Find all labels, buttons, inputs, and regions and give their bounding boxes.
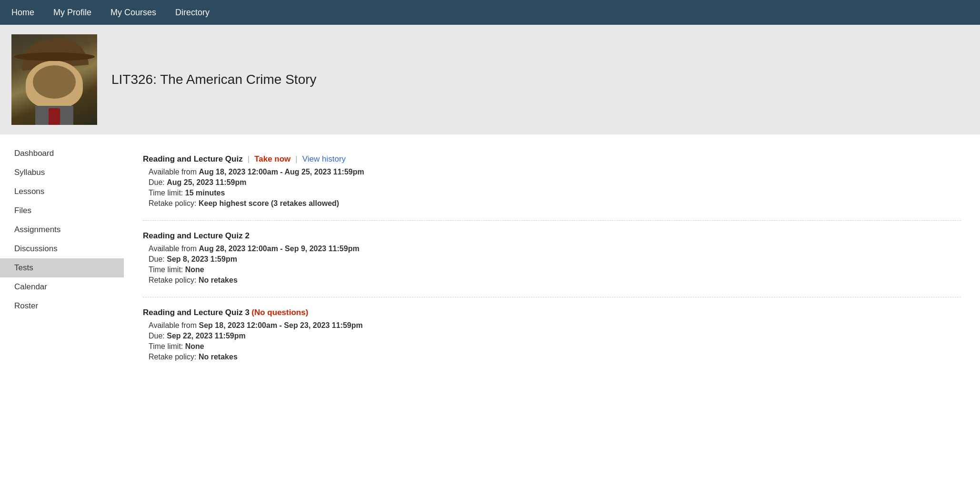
sidebar-item-discussions[interactable]: Discussions	[0, 239, 124, 258]
quiz-3-header: Reading and Lecture Quiz 3 (No questions…	[143, 308, 961, 317]
sidebar-item-lessons[interactable]: Lessons	[0, 182, 124, 201]
quiz-1-available: Available from Aug 18, 2023 12:00am - Au…	[143, 168, 961, 176]
quiz-1-title: Reading and Lecture Quiz	[143, 154, 243, 164]
quiz-1-take-now[interactable]: Take now	[254, 154, 290, 164]
nav-directory[interactable]: Directory	[175, 1, 210, 24]
quiz-item-2: Reading and Lecture Quiz 2 Available fro…	[143, 221, 961, 297]
quiz-3-due: Due: Sep 22, 2023 11:59pm	[143, 332, 961, 340]
quiz-2-due: Due: Sep 8, 2023 1:59pm	[143, 255, 961, 264]
quiz-item-3: Reading and Lecture Quiz 3 (No questions…	[143, 297, 961, 374]
quiz-1-time-limit: Time limit: 15 minutes	[143, 189, 961, 197]
course-title: LIT326: The American Crime Story	[111, 72, 317, 87]
quiz-3-time-limit: Time limit: None	[143, 342, 961, 351]
tie	[49, 108, 60, 125]
sidebar-item-assignments[interactable]: Assignments	[0, 220, 124, 239]
sidebar-item-files[interactable]: Files	[0, 201, 124, 220]
quiz-1-retake: Retake policy: Keep highest score (3 ret…	[143, 199, 961, 208]
sidebar-item-roster[interactable]: Roster	[0, 296, 124, 316]
course-image	[11, 34, 97, 125]
sidebar-item-tests[interactable]: Tests	[0, 258, 124, 277]
sidebar-item-dashboard[interactable]: Dashboard	[0, 144, 124, 163]
quiz-1-due: Due: Aug 25, 2023 11:59pm	[143, 178, 961, 187]
nav-my-courses[interactable]: My Courses	[110, 1, 156, 24]
sidebar: Dashboard Syllabus Lessons Files Assignm…	[0, 134, 124, 490]
quiz-3-title: Reading and Lecture Quiz 3	[143, 308, 250, 317]
quiz-1-sep1: |	[248, 154, 250, 164]
quiz-3-available: Available from Sep 18, 2023 12:00am - Se…	[143, 321, 961, 330]
quiz-3-no-questions: (No questions)	[251, 308, 308, 317]
quiz-2-time-limit: Time limit: None	[143, 265, 961, 274]
face-shadow	[33, 65, 76, 99]
quiz-item-1: Reading and Lecture Quiz | Take now | Vi…	[143, 144, 961, 221]
hat-brim	[14, 52, 95, 61]
sidebar-item-syllabus[interactable]: Syllabus	[0, 163, 124, 182]
nav-my-profile[interactable]: My Profile	[53, 1, 91, 24]
quiz-1-view-history[interactable]: View history	[302, 154, 346, 164]
nav-home[interactable]: Home	[11, 1, 34, 24]
quiz-3-retake: Retake policy: No retakes	[143, 353, 961, 361]
quiz-2-header: Reading and Lecture Quiz 2	[143, 231, 961, 241]
quiz-1-sep2: |	[295, 154, 297, 164]
content-area: Reading and Lecture Quiz | Take now | Vi…	[124, 134, 980, 490]
quiz-2-retake: Retake policy: No retakes	[143, 276, 961, 285]
course-header: LIT326: The American Crime Story	[0, 25, 980, 134]
quiz-1-header: Reading and Lecture Quiz | Take now | Vi…	[143, 154, 961, 164]
top-nav: Home My Profile My Courses Directory	[0, 0, 980, 25]
quiz-2-title: Reading and Lecture Quiz 2	[143, 231, 250, 241]
sidebar-item-calendar[interactable]: Calendar	[0, 277, 124, 296]
main-layout: Dashboard Syllabus Lessons Files Assignm…	[0, 134, 980, 490]
quiz-2-available: Available from Aug 28, 2023 12:00am - Se…	[143, 245, 961, 253]
